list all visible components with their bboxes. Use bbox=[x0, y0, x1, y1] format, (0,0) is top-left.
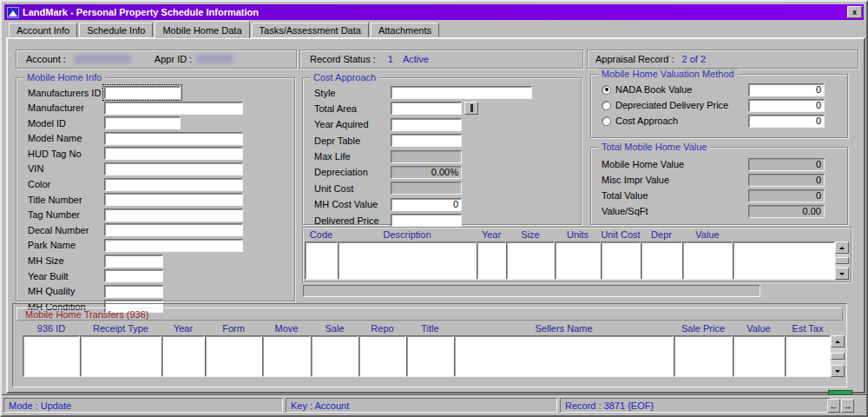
color-field[interactable] bbox=[104, 178, 243, 191]
app-window: LandMark - Personal Property Schedule In… bbox=[0, 0, 868, 417]
hud-tag-no-field[interactable] bbox=[104, 147, 243, 160]
mh-quality-select[interactable] bbox=[104, 285, 163, 298]
scroll-up-icon[interactable] bbox=[835, 242, 849, 254]
scroll-up-icon[interactable] bbox=[831, 335, 845, 348]
tag-number-label: Tag Number bbox=[16, 209, 104, 220]
transfer-cell-title[interactable] bbox=[406, 335, 454, 377]
manufacturer-label: Manufacturer bbox=[16, 103, 104, 113]
misc-cell-description[interactable] bbox=[338, 242, 477, 280]
tag-number-field[interactable] bbox=[104, 208, 243, 222]
total-value-label: Total Value bbox=[602, 190, 648, 201]
decal-number-field[interactable] bbox=[104, 223, 243, 236]
transfer-cell-receipt-type[interactable] bbox=[80, 335, 161, 377]
decal-number-label: Decal Number bbox=[16, 225, 104, 235]
account-value-redacted bbox=[75, 55, 130, 63]
col-sale-price: Sale Price bbox=[674, 323, 733, 335]
valuation-method-title: Mobile Home Valuation Method bbox=[598, 69, 738, 79]
total-area-field[interactable] bbox=[391, 102, 462, 115]
model-name-field[interactable] bbox=[104, 132, 243, 145]
mh-cost-value-field[interactable]: 0 bbox=[391, 198, 462, 211]
color-label: Color bbox=[16, 179, 104, 189]
misc-impr-value-label: Misc Impr Value bbox=[602, 175, 669, 185]
total-value-field: 0 bbox=[748, 189, 825, 202]
tab-attachments[interactable]: Attachments bbox=[371, 23, 439, 37]
transfer-cell-sellers-name[interactable] bbox=[454, 335, 674, 377]
tab-tasks-assessment-data[interactable]: Tasks/Assessment Data bbox=[252, 23, 369, 37]
misc-cell-year[interactable] bbox=[477, 242, 506, 280]
scroll-thumb[interactable] bbox=[835, 257, 849, 264]
vin-field[interactable] bbox=[104, 162, 243, 175]
total-area-lookup-button[interactable] bbox=[464, 102, 478, 115]
total-value-group: Total Mobile Home Value Mobile Home Valu… bbox=[590, 147, 848, 225]
transfer-cell-repo[interactable] bbox=[358, 335, 406, 377]
scroll-down-icon[interactable] bbox=[831, 365, 845, 377]
misc-table-scrollbar[interactable] bbox=[835, 242, 849, 280]
title-number-field[interactable] bbox=[104, 193, 243, 206]
delivered-price-label: Delivered Price bbox=[303, 215, 391, 226]
transfer-cell-year[interactable] bbox=[161, 335, 205, 377]
cost-approach-radio[interactable] bbox=[602, 116, 611, 126]
scroll-thumb[interactable] bbox=[831, 353, 845, 360]
status-mode: Mode : Update bbox=[3, 398, 283, 413]
manufacturers-id-select[interactable] bbox=[104, 86, 181, 99]
mh-size-field[interactable] bbox=[104, 255, 163, 268]
delivered-price-field[interactable] bbox=[391, 214, 462, 227]
tab-account-info[interactable]: Account Info bbox=[9, 23, 77, 37]
scroll-down-icon[interactable] bbox=[835, 268, 849, 280]
nada-book-value-radio[interactable] bbox=[602, 85, 611, 95]
depreciated-delivery-price-radio[interactable] bbox=[602, 101, 611, 110]
misc-cell-depr[interactable] bbox=[641, 242, 682, 280]
tab-mobile-home-data[interactable]: Mobile Home Data bbox=[155, 21, 249, 38]
value-sqft-field: 0.00 bbox=[748, 205, 825, 218]
status-record: Record : 3871 {EOF} bbox=[560, 398, 831, 413]
style-label: Style bbox=[303, 88, 391, 98]
vin-label: VIN bbox=[16, 163, 104, 174]
transfer-cell-est-tax[interactable] bbox=[785, 335, 831, 377]
misc-cell-units[interactable] bbox=[555, 242, 601, 280]
cost-approach-value-field[interactable]: 0 bbox=[748, 115, 825, 128]
transfer-cell-move[interactable] bbox=[262, 335, 311, 377]
misc-cell-size[interactable] bbox=[506, 242, 555, 280]
depr-table-select[interactable] bbox=[391, 134, 462, 147]
account-header-box: Account : Appr ID : bbox=[16, 50, 297, 69]
transfer-cell-form[interactable] bbox=[205, 335, 262, 377]
depreciated-delivery-price-field[interactable]: 0 bbox=[748, 99, 825, 112]
misc-impr-value-field: 0 bbox=[748, 174, 825, 187]
col-year: Year bbox=[477, 229, 506, 242]
misc-table-row[interactable] bbox=[305, 242, 849, 280]
transfer-cell-sale-price[interactable] bbox=[674, 335, 733, 377]
window-title: LandMark - Personal Property Schedule In… bbox=[23, 7, 259, 17]
hud-tag-no-label: HUD Tag No bbox=[16, 149, 104, 159]
year-aquired-field[interactable] bbox=[391, 118, 462, 131]
mobile-home-value-field: 0 bbox=[748, 158, 825, 171]
year-built-field[interactable] bbox=[104, 269, 163, 282]
record-status-text: Active bbox=[403, 54, 429, 64]
style-select[interactable] bbox=[391, 86, 532, 99]
status-key: Key : Account bbox=[286, 398, 557, 413]
transfer-cell-sale[interactable] bbox=[311, 335, 358, 377]
col-year: Year bbox=[161, 323, 205, 335]
nada-book-value-label: NADA Book Value bbox=[615, 84, 692, 95]
nada-book-value-field[interactable]: 0 bbox=[748, 83, 825, 96]
misc-cell-filler bbox=[733, 242, 835, 280]
misc-cell-code[interactable] bbox=[305, 242, 338, 280]
model-id-select[interactable] bbox=[104, 116, 181, 129]
transfers-row[interactable] bbox=[15, 335, 845, 377]
misc-cell-value[interactable] bbox=[682, 242, 733, 280]
col-title: Title bbox=[406, 323, 454, 335]
transfers-scrollbar[interactable] bbox=[831, 335, 845, 377]
misc-cell-unit-cost[interactable] bbox=[601, 242, 641, 280]
close-icon[interactable]: x bbox=[847, 6, 862, 18]
title-bar: LandMark - Personal Property Schedule In… bbox=[4, 4, 864, 20]
park-name-field[interactable] bbox=[104, 239, 243, 252]
landmark-app-icon bbox=[7, 7, 19, 18]
manufacturer-field[interactable] bbox=[104, 102, 243, 115]
unit-cost-field bbox=[391, 182, 462, 195]
appraisal-record-box: Appraisal Record : 2 of 2 bbox=[587, 50, 858, 69]
tab-schedule-info[interactable]: Schedule Info bbox=[79, 23, 153, 37]
col-unit-cost: Unit Cost bbox=[601, 229, 641, 242]
prev-record-icon[interactable]: ← bbox=[827, 399, 840, 413]
transfer-cell-936-id[interactable] bbox=[23, 335, 80, 377]
next-record-icon[interactable]: → bbox=[841, 399, 854, 413]
transfer-cell-value[interactable] bbox=[733, 335, 785, 377]
